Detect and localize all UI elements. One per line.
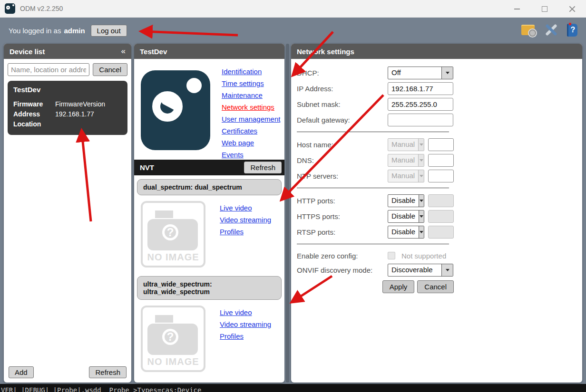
apply-button[interactable]: Apply xyxy=(382,280,415,293)
rtsp-ports-value: Disable xyxy=(388,226,419,238)
https-port-input xyxy=(428,210,454,223)
video-source-ultra-wide-spectrum[interactable]: ultra_wide_spectrum: ultra_wide_spectrum xyxy=(137,276,282,300)
device-panel-header: TestDev xyxy=(134,44,284,59)
dns-mode-value: Manual xyxy=(388,154,418,166)
link-network-settings[interactable]: Network settings xyxy=(222,101,280,113)
ip-address-label: IP Address: xyxy=(297,85,388,93)
http-port-input xyxy=(428,194,454,207)
firmware-label: Firmware xyxy=(13,99,55,109)
link-video-streaming-dual[interactable]: Video streaming xyxy=(220,214,271,226)
device-address-row: Address 192.168.1.77 xyxy=(13,109,122,119)
link-certificates[interactable]: Certificates xyxy=(222,125,280,137)
rtsp-port-input xyxy=(428,226,454,239)
network-cancel-button[interactable]: Cancel xyxy=(417,280,454,293)
network-settings-panel: Network settings DHCP: Off IP Address: S… xyxy=(291,44,582,382)
chevron-down-icon[interactable] xyxy=(441,67,453,79)
default-gateway-label: Default gateway: xyxy=(297,116,388,124)
device-panel-title: TestDev xyxy=(140,48,167,56)
http-ports-value: Disable xyxy=(388,195,419,207)
subnet-mask-input[interactable] xyxy=(388,98,453,111)
https-ports-label: HTTPS ports: xyxy=(297,212,388,220)
link-identification[interactable]: Identification xyxy=(222,66,280,77)
collapse-panel-icon[interactable]: « xyxy=(121,47,126,56)
chevron-down-icon xyxy=(418,154,424,166)
chevron-down-icon[interactable] xyxy=(419,210,424,222)
title-bar: ODM v2.2.250 xyxy=(0,0,586,18)
minimize-button[interactable] xyxy=(503,0,531,18)
discovery-mode-label: ONVIF discovery mode: xyxy=(297,266,388,274)
address-value: 192.168.1.77 xyxy=(55,109,122,119)
host-name-input[interactable] xyxy=(428,138,454,151)
add-device-button[interactable]: Add xyxy=(9,366,34,378)
link-video-streaming-ultra[interactable]: Video streaming xyxy=(220,318,271,330)
link-profiles-dual[interactable]: Profiles xyxy=(220,226,271,238)
dhcp-value: Off xyxy=(388,67,441,79)
host-name-mode-select: Manual xyxy=(388,138,424,151)
link-maintenance[interactable]: Maintenance xyxy=(222,89,280,101)
device-list-item-testdev[interactable]: TestDev Firmware FirmwareVersion Address… xyxy=(8,81,127,135)
dns-input[interactable] xyxy=(428,154,454,167)
chevron-down-icon[interactable] xyxy=(441,264,453,276)
refresh-devices-button[interactable]: Refresh xyxy=(89,366,127,378)
device-list-panel: Device list « Cancel TestDev Firmware Fi… xyxy=(4,44,131,382)
http-ports-label: HTTP ports: xyxy=(297,197,388,205)
link-live-video-dual[interactable]: Live video xyxy=(220,202,271,214)
no-image-label: NO IMAGE xyxy=(143,356,204,367)
dhcp-select[interactable]: Off xyxy=(388,67,453,79)
rtsp-ports-select[interactable]: Disable xyxy=(388,226,424,239)
management-folder-icon[interactable] xyxy=(521,25,535,35)
debug-console-text: VER| |DEBUG| |Probe|.wsdd Probe >Types=c… xyxy=(0,384,586,392)
link-events[interactable]: Events xyxy=(222,149,280,161)
link-web-page[interactable]: Web page xyxy=(222,137,280,149)
chevron-down-icon[interactable] xyxy=(419,226,424,238)
logout-button[interactable]: Log out xyxy=(91,25,127,37)
maximize-button[interactable] xyxy=(531,0,558,18)
dns-label: DNS: xyxy=(297,156,388,164)
close-icon xyxy=(569,6,576,12)
device-panel-scrollbar[interactable] xyxy=(286,44,289,382)
location-label: Location xyxy=(13,119,55,129)
search-cancel-button[interactable]: Cancel xyxy=(93,63,127,76)
question-mark-icon: ? xyxy=(162,329,178,345)
link-user-management[interactable]: User management xyxy=(222,113,280,125)
device-thumbnail-camera-icon xyxy=(141,70,210,150)
nvt-refresh-button[interactable]: Refresh xyxy=(244,162,282,173)
device-firmware-row: Firmware FirmwareVersion xyxy=(13,99,122,109)
https-ports-select[interactable]: Disable xyxy=(388,210,424,223)
chevron-down-icon xyxy=(418,170,424,182)
help-icon[interactable]: ? xyxy=(567,24,577,37)
ip-address-input[interactable] xyxy=(388,82,453,95)
http-ports-select[interactable]: Disable xyxy=(388,194,424,207)
device-search-input[interactable] xyxy=(8,63,89,76)
device-location-row: Location xyxy=(13,119,122,129)
link-time-settings[interactable]: Time settings xyxy=(222,77,280,89)
maximize-icon xyxy=(542,6,547,12)
login-username: admin xyxy=(64,27,85,35)
ntp-servers-label: NTP servers: xyxy=(297,172,388,180)
ntp-mode-value: Manual xyxy=(388,170,418,182)
video-source-dual-spectrum[interactable]: dual_spectrum: dual_spectrum xyxy=(137,179,282,195)
ntp-servers-input[interactable] xyxy=(428,170,454,182)
firmware-value: FirmwareVersion xyxy=(55,99,122,109)
default-gateway-input[interactable] xyxy=(388,114,453,126)
no-image-placeholder: ? NO IMAGE xyxy=(141,306,205,372)
close-button[interactable] xyxy=(558,0,586,18)
https-ports-value: Disable xyxy=(388,210,419,222)
device-list-title: Device list xyxy=(10,48,45,56)
no-image-placeholder: ? NO IMAGE xyxy=(141,201,205,268)
discovery-mode-select[interactable]: Discoverable xyxy=(388,264,453,277)
chevron-down-icon[interactable] xyxy=(419,195,424,207)
section-divider xyxy=(297,132,449,132)
no-image-label: NO IMAGE xyxy=(143,252,204,263)
section-divider xyxy=(297,188,449,188)
login-band: You logged in as admin Log out ? xyxy=(0,18,586,44)
tools-icon[interactable] xyxy=(544,23,557,37)
device-panel: TestDev Identification Time settings Mai… xyxy=(134,44,284,382)
discovery-mode-value: Discoverable xyxy=(388,264,441,276)
chevron-down-icon xyxy=(418,139,424,151)
ntp-mode-select: Manual xyxy=(388,170,424,182)
rtsp-ports-label: RTSP ports: xyxy=(297,228,388,236)
link-profiles-ultra[interactable]: Profiles xyxy=(220,330,271,342)
link-live-video-ultra[interactable]: Live video xyxy=(220,306,271,318)
host-name-mode-value: Manual xyxy=(388,139,418,151)
